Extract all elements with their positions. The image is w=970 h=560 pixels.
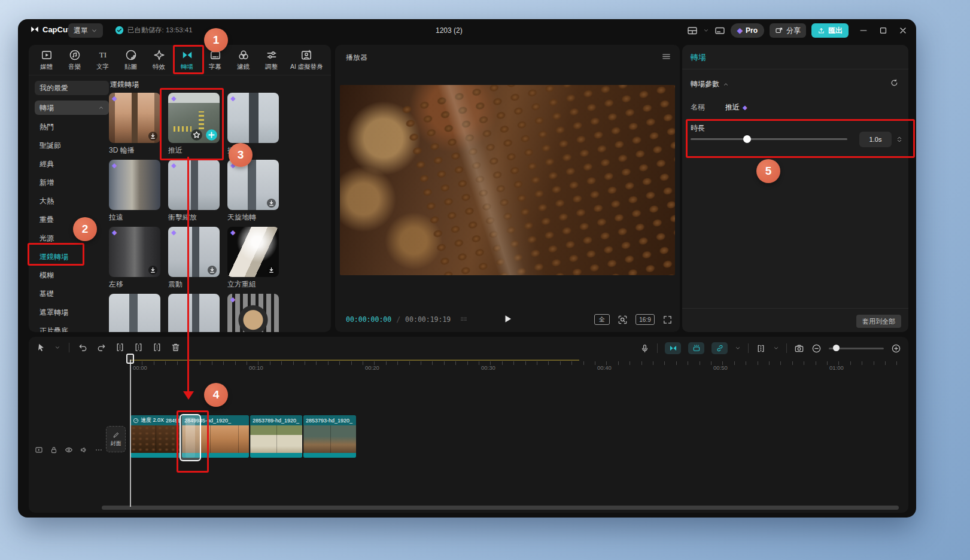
minimize-icon[interactable] (859, 26, 868, 35)
fullscreen-icon[interactable] (662, 315, 673, 325)
transition-thumbnail[interactable]: ◆ (227, 294, 279, 332)
undo-icon[interactable] (78, 342, 88, 352)
share-button[interactable]: 分享 (770, 23, 806, 38)
timeline-clip-4[interactable]: 2853793-hd_1920_ (303, 415, 356, 458)
split-chevron-icon[interactable] (773, 345, 779, 351)
more-options-icon[interactable] (95, 446, 103, 454)
transition-card-pan-left[interactable]: ◆左移 (109, 227, 160, 289)
favorite-star-icon[interactable] (190, 129, 203, 141)
tab-captions[interactable]: 字幕 (201, 49, 229, 71)
transition-thumbnail[interactable]: ◆ (109, 227, 160, 277)
duration-value-field[interactable]: 1.0s (859, 132, 892, 147)
eye-icon[interactable] (65, 446, 73, 454)
timeline-clip-3[interactable]: 2853789-hd_1920_ (250, 415, 302, 458)
transition-card-cube[interactable]: ◆立方重組 (227, 227, 279, 289)
timeline-zoom-knob[interactable] (833, 345, 840, 351)
zoom-in-icon[interactable] (891, 343, 901, 354)
fit-zoom-icon[interactable] (618, 315, 628, 325)
pointer-tool-icon[interactable] (36, 342, 46, 352)
record-voiceover-icon[interactable] (640, 343, 650, 354)
transition-card-pull-away[interactable]: ◆拉遠 (109, 160, 160, 222)
compact-panel-icon[interactable] (714, 25, 725, 36)
menu-button[interactable]: 選單 (68, 23, 103, 38)
maximize-icon[interactable] (878, 26, 888, 35)
aspect-ratio-button[interactable]: 16:9 (635, 314, 655, 325)
sidebar-item-camera-moves[interactable]: 運鏡轉場 (35, 250, 109, 263)
transition-thumbnail[interactable]: ◆ (168, 93, 220, 143)
timeline-zoom-slider[interactable] (829, 348, 884, 349)
transition-thumbnail[interactable] (168, 294, 220, 332)
duration-slider[interactable] (691, 138, 847, 140)
tab-music[interactable]: 音樂 (60, 49, 89, 71)
duration-slider-knob[interactable] (743, 135, 751, 143)
split-left-icon[interactable] (115, 342, 125, 352)
sidebar-item-trending[interactable]: 大熱 (35, 194, 109, 208)
add-transition-icon[interactable] (205, 129, 218, 141)
sidebar-item-transitions[interactable]: 轉場 (35, 101, 109, 115)
video-preview[interactable] (340, 85, 675, 275)
redo-icon[interactable] (96, 342, 107, 352)
zoom-out-icon[interactable] (811, 343, 822, 354)
layout-chevron-icon[interactable] (703, 28, 709, 34)
sidebar-item-basic[interactable]: 基礎 (35, 287, 109, 300)
preview-effects-toggle[interactable] (688, 342, 704, 354)
transition-card-extra-3[interactable]: ◆ (227, 294, 279, 332)
close-icon[interactable] (898, 26, 908, 35)
delete-icon[interactable] (171, 342, 181, 352)
timeline-clip-1[interactable]: 速度 2.0X28499 (130, 415, 181, 458)
transition-thumbnail[interactable]: ◆ (227, 93, 279, 143)
link-chevron-icon[interactable] (735, 345, 741, 351)
tab-text[interactable]: TI文字 (89, 49, 117, 71)
sidebar-item-multiply[interactable]: 正片疊底 (35, 324, 109, 332)
transition-card-impact-zoom[interactable]: ◆衝擊縮放 (168, 160, 220, 222)
transition-thumbnail[interactable]: ◆ (227, 160, 279, 210)
transition-thumbnail[interactable]: ◆ (168, 227, 220, 277)
tab-sticker[interactable]: 貼圖 (117, 49, 145, 71)
keyframe-icon[interactable] (794, 343, 804, 354)
player-menu-icon[interactable] (661, 51, 671, 62)
transition-thumbnail[interactable]: ◆ (109, 93, 160, 143)
sidebar-item-favorites[interactable]: 我的最愛 (35, 81, 109, 95)
params-section-toggle[interactable]: 轉場參數 (691, 79, 729, 89)
transition-card-shake[interactable]: ◆震動 (168, 227, 220, 289)
lock-icon[interactable] (50, 446, 58, 454)
applied-transition-marker[interactable] (180, 414, 201, 461)
split-clip-icon[interactable] (756, 343, 766, 354)
transition-thumbnail[interactable]: ◆ (168, 160, 220, 210)
reset-icon[interactable] (890, 78, 899, 87)
sidebar-item-classic[interactable]: 經典 (35, 157, 109, 171)
transition-thumbnail[interactable] (109, 294, 160, 332)
transition-card-push-out[interactable]: ◆推遠 (227, 93, 279, 155)
tab-effects[interactable]: 特效 (145, 49, 173, 71)
sidebar-item-hot[interactable]: 熱門 (35, 120, 109, 133)
transition-card-push-in[interactable]: ◆推近 (168, 93, 220, 155)
duration-stepper[interactable] (896, 135, 903, 144)
auto-transition-toggle[interactable] (665, 342, 681, 354)
transition-card-3d-carousel[interactable]: ◆3D 輪播 (109, 93, 160, 155)
tab-media[interactable]: 媒體 (32, 49, 60, 71)
split-icon[interactable] (133, 342, 144, 352)
tab-transitions[interactable]: 轉場 (173, 49, 201, 71)
pointer-chevron-icon[interactable] (54, 345, 60, 351)
sidebar-item-christmas[interactable]: 聖誕節 (35, 139, 109, 152)
apply-to-all-button[interactable]: 套用到全部 (856, 315, 901, 328)
sidebar-item-light[interactable]: 光源 (35, 232, 109, 245)
tab-adjust[interactable]: 調整 (257, 49, 285, 71)
horizontal-scrollbar[interactable] (102, 506, 899, 510)
speaker-icon[interactable] (80, 446, 88, 454)
time-ruler[interactable]: 00:0000:1000:2000:3000:4000:5001:00 (29, 360, 908, 374)
transition-card-extra-2[interactable] (168, 294, 220, 332)
link-clips-toggle[interactable] (711, 342, 728, 354)
sidebar-item-new[interactable]: 新增 (35, 176, 109, 189)
quality-button[interactable]: 全 (594, 314, 610, 325)
track-preview-icon[interactable] (35, 446, 43, 454)
sidebar-item-mask[interactable]: 遮罩轉場 (35, 306, 109, 319)
transition-card-extra-1[interactable] (109, 294, 160, 332)
cover-button[interactable]: 封面 (106, 426, 126, 452)
sidebar-item-blur[interactable]: 模糊 (35, 269, 109, 282)
play-button[interactable] (502, 313, 513, 325)
export-button[interactable]: 匯出 (811, 23, 849, 38)
transition-card-spin[interactable]: ◆天旋地轉 (227, 160, 279, 222)
pro-badge[interactable]: ◆ Pro (731, 23, 764, 38)
transition-thumbnail[interactable]: ◆ (227, 227, 279, 277)
